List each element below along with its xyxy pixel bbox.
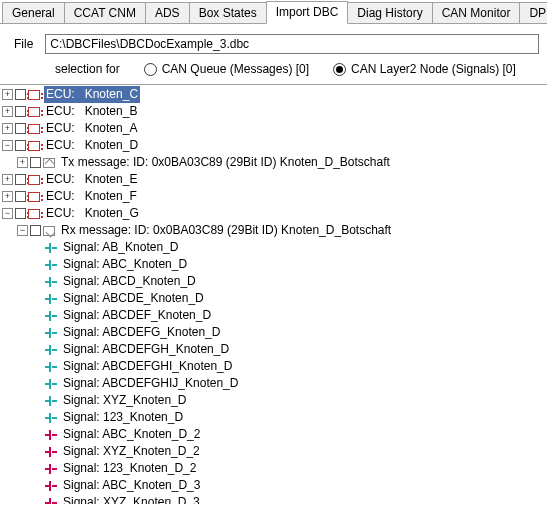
radio-label: CAN Queue (Messages) [0] (162, 62, 309, 76)
signal-label: Signal: ABC_Knoten_D (61, 256, 189, 273)
rx-message-node[interactable]: −Rx message: ID: 0x0BA03C89 (29Bit ID) K… (0, 222, 547, 239)
message-label: Tx message: ID: 0x0BA03C89 (29Bit ID) Kn… (59, 154, 392, 171)
radio-icon (144, 63, 157, 76)
signal-icon (45, 328, 57, 338)
expand-icon[interactable]: + (2, 191, 13, 202)
signal-label: Signal: 123_Knoten_D_2 (61, 460, 198, 477)
tab-ccat-cnm[interactable]: CCAT CNM (64, 2, 146, 23)
ecu-label: ECU: Knoten_F (44, 188, 139, 205)
ecu-tree[interactable]: +ECU: Knoten_C+ECU: Knoten_B+ECU: Knoten… (0, 84, 547, 504)
signal-icon (45, 311, 57, 321)
signal-label: Signal: 123_Knoten_D (61, 409, 185, 426)
rx-message-icon (43, 226, 55, 236)
file-row: File (0, 24, 547, 58)
tab-can-monitor[interactable]: CAN Monitor (432, 2, 521, 23)
signal-node[interactable]: Signal: 123_Knoten_D (0, 409, 547, 426)
selection-label: selection for (55, 62, 120, 76)
ecu-node[interactable]: −ECU: Knoten_D (0, 137, 547, 154)
signal-node[interactable]: Signal: ABCDEFGH_Knoten_D (0, 341, 547, 358)
signal-label: Signal: ABCDEFGHIJ_Knoten_D (61, 375, 240, 392)
signal-label: Signal: XYZ_Knoten_D_3 (61, 494, 202, 504)
checkbox[interactable] (30, 157, 41, 168)
ecu-icon (28, 107, 40, 117)
ecu-label: ECU: Knoten_C (44, 86, 140, 103)
signal-label: Signal: ABCDEF_Knoten_D (61, 307, 213, 324)
tx-message-node[interactable]: +Tx message: ID: 0x0BA03C89 (29Bit ID) K… (0, 154, 547, 171)
selection-row: selection for CAN Queue (Messages) [0] C… (0, 58, 547, 84)
signal-node[interactable]: Signal: ABC_Knoten_D (0, 256, 547, 273)
tab-diag-history[interactable]: Diag History (347, 2, 432, 23)
signal-label: Signal: ABCDEFG_Knoten_D (61, 324, 222, 341)
signal-icon (45, 464, 57, 474)
tab-bar: GeneralCCAT CNMADSBox StatesImport DBCDi… (0, 0, 547, 24)
ecu-node[interactable]: +ECU: Knoten_E (0, 171, 547, 188)
collapse-icon[interactable]: − (2, 140, 13, 151)
ecu-icon (28, 90, 40, 100)
signal-label: Signal: XYZ_Knoten_D (61, 392, 188, 409)
expand-icon[interactable]: + (2, 106, 13, 117)
signal-icon (45, 260, 57, 270)
file-path-input[interactable] (45, 34, 539, 54)
ecu-label: ECU: Knoten_E (44, 171, 139, 188)
expand-icon[interactable]: + (2, 174, 13, 185)
ecu-icon (28, 175, 40, 185)
ecu-icon (28, 124, 40, 134)
checkbox[interactable] (30, 225, 41, 236)
collapse-icon[interactable]: − (2, 208, 13, 219)
radio-label: CAN Layer2 Node (Signals) [0] (351, 62, 516, 76)
checkbox[interactable] (15, 140, 26, 151)
tab-dpram-online-[interactable]: DPRAM (Online) (519, 2, 547, 23)
signal-node[interactable]: Signal: 123_Knoten_D_2 (0, 460, 547, 477)
expand-icon[interactable]: + (2, 89, 13, 100)
tab-box-states[interactable]: Box States (189, 2, 267, 23)
checkbox[interactable] (15, 191, 26, 202)
checkbox[interactable] (15, 174, 26, 185)
tab-import-dbc[interactable]: Import DBC (266, 1, 349, 24)
signal-node[interactable]: Signal: ABCDEF_Knoten_D (0, 307, 547, 324)
tx-message-icon (43, 158, 55, 168)
checkbox[interactable] (15, 208, 26, 219)
signal-icon (45, 243, 57, 253)
signal-node[interactable]: Signal: ABC_Knoten_D_2 (0, 426, 547, 443)
signal-label: Signal: AB_Knoten_D (61, 239, 180, 256)
ecu-node[interactable]: +ECU: Knoten_C (0, 86, 547, 103)
checkbox[interactable] (15, 89, 26, 100)
signal-icon (45, 481, 57, 491)
ecu-node[interactable]: +ECU: Knoten_F (0, 188, 547, 205)
signal-icon (45, 413, 57, 423)
expand-icon[interactable]: + (17, 157, 28, 168)
signal-icon (45, 277, 57, 287)
signal-label: Signal: ABC_Knoten_D_3 (61, 477, 202, 494)
signal-icon (45, 447, 57, 457)
signal-node[interactable]: Signal: AB_Knoten_D (0, 239, 547, 256)
radio-can-layer2[interactable]: CAN Layer2 Node (Signals) [0] (333, 62, 516, 76)
checkbox[interactable] (15, 123, 26, 134)
signal-node[interactable]: Signal: ABC_Knoten_D_3 (0, 477, 547, 494)
signal-label: Signal: XYZ_Knoten_D_2 (61, 443, 202, 460)
signal-node[interactable]: Signal: ABCDEFGHI_Knoten_D (0, 358, 547, 375)
signal-label: Signal: ABCDE_Knoten_D (61, 290, 206, 307)
ecu-icon (28, 141, 40, 151)
ecu-node[interactable]: +ECU: Knoten_B (0, 103, 547, 120)
tab-ads[interactable]: ADS (145, 2, 190, 23)
signal-label: Signal: ABCD_Knoten_D (61, 273, 198, 290)
signal-icon (45, 498, 57, 505)
ecu-node[interactable]: +ECU: Knoten_A (0, 120, 547, 137)
tab-general[interactable]: General (2, 2, 65, 23)
signal-node[interactable]: Signal: ABCDEFG_Knoten_D (0, 324, 547, 341)
signal-node[interactable]: Signal: XYZ_Knoten_D_3 (0, 494, 547, 504)
signal-label: Signal: ABCDEFGH_Knoten_D (61, 341, 231, 358)
collapse-icon[interactable]: − (17, 225, 28, 236)
signal-node[interactable]: Signal: XYZ_Knoten_D_2 (0, 443, 547, 460)
signal-node[interactable]: Signal: ABCD_Knoten_D (0, 273, 547, 290)
expand-icon[interactable]: + (2, 123, 13, 134)
signal-node[interactable]: Signal: ABCDE_Knoten_D (0, 290, 547, 307)
signal-node[interactable]: Signal: ABCDEFGHIJ_Knoten_D (0, 375, 547, 392)
checkbox[interactable] (15, 106, 26, 117)
radio-can-queue[interactable]: CAN Queue (Messages) [0] (144, 62, 309, 76)
signal-node[interactable]: Signal: XYZ_Knoten_D (0, 392, 547, 409)
signal-icon (45, 430, 57, 440)
ecu-label: ECU: Knoten_G (44, 205, 141, 222)
ecu-icon (28, 192, 40, 202)
ecu-node[interactable]: −ECU: Knoten_G (0, 205, 547, 222)
